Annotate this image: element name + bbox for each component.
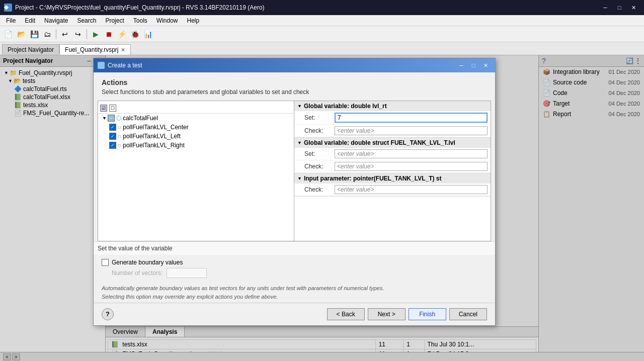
generate-boundary-checkbox[interactable] xyxy=(102,259,109,266)
dialog-title: Create a test xyxy=(108,62,142,69)
debug-button[interactable]: 🐞 xyxy=(129,28,141,40)
function-icon: ⬡ xyxy=(116,115,121,122)
dialog-tree-item-left-label: pollFuelTankLVL_Left xyxy=(123,133,181,140)
center-item-icon: ○ xyxy=(118,124,121,131)
dialog-buttons: ? < Back Next > Finish Cancel xyxy=(94,303,495,325)
prop-group-lvl-rt-header[interactable]: ▼ Global variable: double lvl_rt xyxy=(294,101,491,111)
dialog-minimize-btn[interactable]: ─ xyxy=(456,61,467,70)
prop-set-input-lvl-rt[interactable] xyxy=(335,113,488,123)
uncheck-all-btn[interactable]: ☐ xyxy=(109,105,116,112)
prop-set-label: Set: xyxy=(304,114,335,121)
prop-check-label-3: Check: xyxy=(304,186,335,193)
num-vectors-row: Number of vectors: xyxy=(102,268,487,278)
dialog-tree-item-calctotalfuel-label: calcTotalFuel xyxy=(123,115,158,122)
prop-row-check-lvl-rt: Check: <enter value> xyxy=(294,125,491,137)
chart-button[interactable]: 📊 xyxy=(142,28,154,40)
maximize-button[interactable]: □ xyxy=(613,3,626,13)
dialog-cancel-button[interactable]: Cancel xyxy=(449,308,487,320)
prop-row-set-fuel-tank: Set: <enter value> xyxy=(294,148,491,160)
new-button[interactable]: 📄 xyxy=(2,28,14,40)
title-bar: ◆ Project - C:\MyRVSProjects\fuel_quanti… xyxy=(0,0,644,15)
save-all-button[interactable]: 🗂 xyxy=(41,28,53,40)
prop-check-placeholder-fuel-tank[interactable]: <enter value> xyxy=(335,162,488,171)
minimize-button[interactable]: ─ xyxy=(599,3,612,13)
prop-group-fuel-tank-lvl-header[interactable]: ▼ Global variable: double struct FUEL_TA… xyxy=(294,138,491,148)
window-title: Project - C:\MyRVSProjects\fuel_quantity… xyxy=(15,4,265,11)
menu-file[interactable]: File xyxy=(2,16,20,25)
stop-button[interactable]: ⏹ xyxy=(103,28,115,40)
tab-fuel-quantity[interactable]: Fuel_Quantity.rvsprj ✕ xyxy=(59,44,130,55)
dialog-tree-item-center[interactable]: ✓ ○ pollFuelTankLVL_Center xyxy=(98,123,294,132)
toolbar-sep-1 xyxy=(56,29,56,39)
calctotalfuel-expand-arrow: ▼ xyxy=(102,116,107,121)
prop-group-fuel-tank-collapse-icon: ▼ xyxy=(297,140,302,145)
generate-boundary-label[interactable]: Generate boundary values xyxy=(102,259,487,266)
dialog-overlay: Create a test ─ □ ✕ Actions Select funct… xyxy=(0,55,644,361)
menu-window[interactable]: Window xyxy=(152,16,182,25)
dialog-back-button[interactable]: < Back xyxy=(327,308,365,320)
toolbar: 📄 📂 💾 🗂 ↩ ↪ ▶ ⏹ ⚡ 🐞 📊 xyxy=(0,26,644,42)
menu-search[interactable]: Search xyxy=(73,16,100,25)
dialog-close-btn[interactable]: ✕ xyxy=(480,61,491,70)
menu-bar: File Edit Navigate Search Project Tools … xyxy=(0,15,644,26)
dialog-tree-item-right[interactable]: ✓ ○ pollFuelTankLVL_Right xyxy=(98,141,294,150)
prop-group-input-param-collapse-icon: ▼ xyxy=(297,176,302,181)
menu-help[interactable]: Help xyxy=(183,16,204,25)
prop-group-lvl-rt-label: Global variable: double lvl_rt xyxy=(304,103,387,110)
redo-button[interactable]: ↪ xyxy=(72,28,84,40)
left-item-icon: ○ xyxy=(118,133,121,140)
prop-check-placeholder-input-param[interactable]: <enter value> xyxy=(335,185,488,194)
dialog-tree: ☑ ☐ ▼ ─ ⬡ calcTotalFuel xyxy=(98,101,294,241)
close-button[interactable]: ✕ xyxy=(627,3,640,13)
dialog-body: Actions Select functions to stub and par… xyxy=(94,72,495,325)
prop-row-check-input-param: Check: <enter value> xyxy=(294,184,491,196)
dialog-maximize-btn[interactable]: □ xyxy=(468,61,479,70)
dialog-hint: Set the value of the variable xyxy=(94,241,495,255)
prop-check-label: Check: xyxy=(304,127,335,134)
dialog-help-button[interactable]: ? xyxy=(102,308,114,320)
check-all-btn[interactable]: ☑ xyxy=(100,105,107,112)
num-vectors-input[interactable] xyxy=(167,268,207,278)
prop-set-label-2: Set: xyxy=(304,150,335,157)
prop-check-placeholder-lvl-rt[interactable]: <enter value> xyxy=(335,126,488,135)
menu-edit[interactable]: Edit xyxy=(21,16,39,25)
prop-set-placeholder-fuel-tank[interactable]: <enter value> xyxy=(335,149,488,158)
dialog-title-bar: Create a test ─ □ ✕ xyxy=(94,58,495,72)
prop-group-lvl-rt-collapse-icon: ▼ xyxy=(297,104,302,109)
undo-button[interactable]: ↩ xyxy=(59,28,71,40)
tab-close-icon[interactable]: ✕ xyxy=(121,47,125,53)
create-test-dialog: Create a test ─ □ ✕ Actions Select funct… xyxy=(93,58,496,326)
menu-tools[interactable]: Tools xyxy=(129,16,151,25)
dialog-props: ▼ Global variable: double lvl_rt Set: Ch… xyxy=(294,101,491,241)
dialog-title-controls: ─ □ ✕ xyxy=(456,61,491,70)
tab-project-navigator[interactable]: Project Navigator xyxy=(2,44,59,55)
dialog-tree-item-calctotalfuel[interactable]: ▼ ─ ⬡ calcTotalFuel xyxy=(98,114,294,123)
calctotalfuel-checkbox[interactable]: ─ xyxy=(108,115,115,122)
main-area: Project Navigator ─ □ ▼ 📁 Fuel_Quantity.… xyxy=(0,55,644,361)
run-button[interactable]: ⚡ xyxy=(116,28,128,40)
right-checkbox[interactable]: ✓ xyxy=(109,142,116,149)
dialog-tree-item-left[interactable]: ✓ ○ pollFuelTankLVL_Left xyxy=(98,132,294,141)
center-checkbox[interactable]: ✓ xyxy=(109,124,116,131)
prop-group-fuel-tank-lvl: ▼ Global variable: double struct FUEL_TA… xyxy=(294,138,491,173)
dialog-subtitle: Select functions to stub and parameters … xyxy=(94,88,495,101)
menu-project[interactable]: Project xyxy=(101,16,128,25)
prop-row-check-fuel-tank: Check: <enter value> xyxy=(294,160,491,173)
prop-group-input-param-label: Input parameter: pointer(FUEL_TANK_LVL_T… xyxy=(304,175,442,182)
dialog-footer-options: Generate boundary values Number of vecto… xyxy=(94,255,495,282)
dialog-finish-button[interactable]: Finish xyxy=(409,308,446,320)
save-button[interactable]: 💾 xyxy=(28,28,40,40)
prop-check-label-2: Check: xyxy=(304,163,335,170)
prop-group-fuel-tank-label: Global variable: double struct FUEL_TANK… xyxy=(304,139,455,146)
dialog-next-button[interactable]: Next > xyxy=(368,308,406,320)
tab-bar: Project Navigator Fuel_Quantity.rvsprj ✕ xyxy=(0,42,644,55)
prop-group-input-param-header[interactable]: ▼ Input parameter: pointer(FUEL_TANK_LVL… xyxy=(294,173,491,184)
menu-navigate[interactable]: Navigate xyxy=(40,16,72,25)
prop-group-input-param: ▼ Input parameter: pointer(FUEL_TANK_LVL… xyxy=(294,173,491,197)
left-checkbox[interactable]: ✓ xyxy=(109,133,116,140)
right-item-icon: ○ xyxy=(118,142,121,149)
tab-project-navigator-label: Project Navigator xyxy=(8,46,54,53)
toolbar-sep-2 xyxy=(87,29,87,39)
open-button[interactable]: 📂 xyxy=(15,28,27,40)
build-button[interactable]: ▶ xyxy=(90,28,102,40)
